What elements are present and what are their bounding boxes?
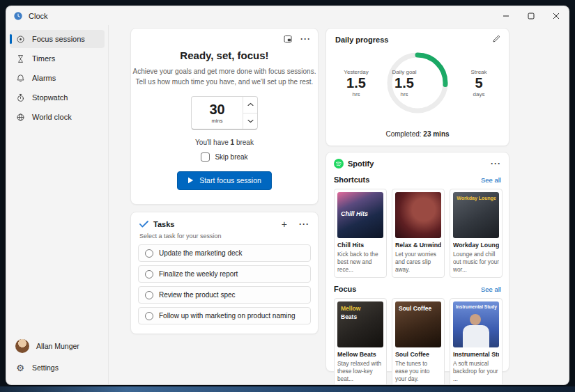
sidebar-item-alarms[interactable]: Alarms [10,69,105,87]
daily-progress-title: Daily progress [335,36,388,44]
focus-setup-card: ··· Ready, set, focus! Achieve your goal… [130,28,319,205]
task-row[interactable]: Finalize the weekly report [138,265,311,283]
task-radio[interactable] [145,312,153,320]
playlist-card-relax-unwind[interactable]: Relax & Unwind Let your worries and care… [392,189,445,278]
globe-icon [15,112,25,122]
album-art-figure [470,314,481,325]
task-radio[interactable] [145,270,153,279]
maximize-button[interactable] [519,6,544,25]
completed-summary: Completed: 23 mins [326,130,509,138]
shortcuts-section-title: Shortcuts [334,175,369,184]
break-info: You'll have 1 break [131,139,318,146]
sidebar-footer: Allan Munger ⚙ Settings [6,335,108,384]
spotify-card: Spotify ··· Shortcuts See all Chill Hits… [325,152,509,372]
album-art: Soul Coffee [395,301,441,347]
task-row[interactable]: Follow up with marketing on product nami… [138,307,311,324]
tasks-check-icon [139,221,148,228]
minutes-value: 30 [209,102,224,116]
task-radio[interactable] [145,249,153,258]
window-title: Clock [29,12,48,20]
playlist-card-workday-lounge[interactable]: Workday Lounge Workday Lounge Lounge and… [450,189,503,278]
task-label: Finalize the weekly report [159,270,238,278]
sidebar-item-label: Stopwatch [32,93,68,102]
task-label: Update the marketing deck [159,249,243,257]
sidebar-item-world-clock[interactable]: World clock [10,108,105,126]
start-focus-session-button[interactable]: Start focus session [177,171,272,190]
focus-title: Ready, set, focus! [131,49,318,61]
alarm-bell-icon [15,73,25,83]
spotify-more-icon[interactable]: ··· [491,159,501,168]
user-name: Allan Munger [36,342,79,350]
spotify-logo-icon [334,159,344,168]
task-row[interactable]: Update the marketing deck [138,244,311,262]
play-icon [187,177,194,184]
tasks-title: Tasks [153,220,174,228]
close-button[interactable] [544,6,569,25]
stat-streak: Streak 5 days [459,69,499,97]
skip-break-label: Skip break [215,153,247,161]
tasks-subtitle: Select a task for your session [139,233,309,240]
add-task-icon[interactable]: + [282,219,287,229]
sidebar-item-label: Timers [32,54,55,63]
sidebar-item-label: Alarms [32,74,56,82]
sidebar-item-stopwatch[interactable]: Stopwatch [10,88,105,107]
focus-section-title: Focus [334,285,356,293]
clock-app-window: Clock Focus sessions [6,6,569,385]
album-art: Mellow Beats [337,301,383,347]
settings-item[interactable]: ⚙ Settings [10,357,105,378]
album-art: Instrumental Study [453,301,499,347]
sidebar-item-focus-sessions[interactable]: Focus sessions [10,30,105,48]
task-label: Follow up with marketing on product nami… [159,312,296,320]
clock-app-icon [13,11,23,21]
stat-yesterday: Yesterday 1.5 hrs [336,69,376,97]
task-radio[interactable] [145,291,153,299]
stopwatch-icon [15,93,25,102]
album-art: Chill Hits [337,192,383,238]
shortcuts-see-all-link[interactable]: See all [481,176,501,184]
task-label: Review the product spec [159,291,236,299]
playlist-card-chill-hits[interactable]: Chill Hits Chill Hits Kick back to the b… [334,189,387,278]
titlebar: Clock [6,6,569,25]
timer-icon [15,54,25,63]
daily-progress-card: Daily progress Yesterday 1.5 hrs [325,28,509,146]
user-profile-item[interactable]: Allan Munger [10,336,105,356]
minutes-decrease-button[interactable] [243,113,257,130]
minutes-input[interactable]: 30 mins [192,97,243,129]
focus-see-all-link[interactable]: See all [481,285,501,293]
edit-goal-pencil-icon[interactable] [492,35,500,43]
minutes-stepper[interactable]: 30 mins [191,96,258,130]
main-content: ··· Ready, set, focus! Achieve your goal… [109,25,569,384]
focus-sessions-icon [15,34,25,44]
minutes-unit: mins [212,118,223,124]
tasks-card: Tasks + ··· Select a task for your sessi… [130,212,319,334]
playlist-card-soul-coffee[interactable]: Soul Coffee Soul Coffee The tunes to eas… [392,298,445,385]
minutes-increase-button[interactable] [243,97,257,113]
gear-icon: ⚙ [15,363,25,373]
desktop-taskbar-glow [0,386,575,392]
spotify-title: Spotify [348,159,374,168]
album-art: Workday Lounge [453,192,499,238]
user-avatar [15,339,29,353]
daily-progress-ring: Daily goal 1.5 hrs [384,49,451,116]
skip-break-checkbox[interactable] [201,152,210,162]
sidebar-item-label: Focus sessions [32,35,85,43]
sidebar: Focus sessions Timers Alarms Stopwatch [6,25,109,384]
focus-subtitle: Achieve your goals and get more done wit… [131,66,318,87]
playlist-card-instrumental-study[interactable]: Instrumental Study Instrumental Study A … [450,298,503,385]
focus-card-more-icon[interactable]: ··· [300,35,311,43]
settings-label: Settings [32,363,59,372]
sidebar-item-label: World clock [32,113,72,121]
stat-daily-goal: Daily goal 1.5 hrs [384,49,424,116]
album-art [395,192,441,238]
minimize-button[interactable] [493,6,519,25]
tasks-more-icon[interactable]: ··· [299,220,309,228]
album-art-figure [463,325,489,347]
task-row[interactable]: Review the product spec [138,286,311,304]
playlist-card-mellow-beats[interactable]: Mellow Beats Mellow Beats Stay relaxed w… [334,298,387,385]
compact-mode-icon[interactable] [284,35,292,43]
sidebar-item-timers[interactable]: Timers [10,49,105,68]
